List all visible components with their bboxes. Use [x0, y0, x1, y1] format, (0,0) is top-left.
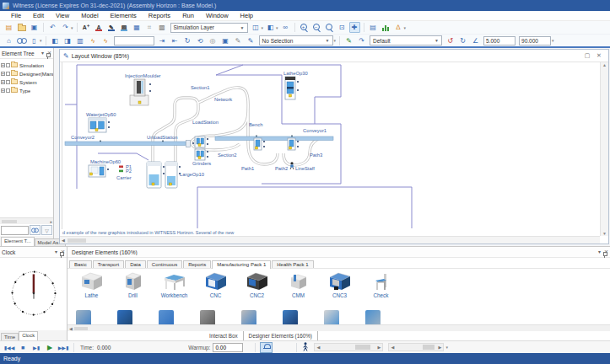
injection-moulder-machine[interactable]	[130, 79, 151, 105]
tab-data[interactable]: Data	[125, 260, 146, 268]
tree-item-type[interactable]: +Type	[1, 86, 53, 94]
machine-3d-icon[interactable]	[76, 310, 91, 324]
more-dropdown[interactable]: ▾	[404, 25, 407, 30]
designer-hscrollbar[interactable]: ◀	[67, 324, 610, 331]
find-button[interactable]	[16, 35, 27, 46]
chevron-down-icon[interactable]: ▾	[55, 249, 57, 254]
clear-rotation-button[interactable]: ↺	[445, 35, 456, 46]
step-button[interactable]: ▶▮	[30, 342, 42, 352]
waterjet-machine[interactable]	[89, 118, 110, 132]
new-model-button[interactable]: ▤	[3, 22, 14, 33]
display-layer3-button[interactable]: ▥	[75, 35, 86, 46]
menu-window[interactable]: Window	[200, 12, 235, 19]
zoom-button[interactable]	[324, 22, 335, 33]
run-button[interactable]: ▶	[44, 342, 56, 352]
conveyor1-element[interactable]	[215, 136, 333, 141]
scrollbar-thumb[interactable]	[74, 327, 88, 330]
redo-button[interactable]: ↷	[60, 22, 71, 33]
link-button[interactable]: ∞	[280, 22, 291, 33]
designer-item-cnc3[interactable]: CNC3	[319, 269, 360, 310]
tab-interact-box[interactable]: Interact Box	[204, 331, 243, 340]
scroll-left-arrow[interactable]: ◀	[60, 238, 65, 243]
ruler-dropdown[interactable]: ▾	[40, 38, 42, 43]
machine-3d-icon[interactable]	[283, 310, 298, 324]
tab-element-tree[interactable]: Element T...	[1, 237, 35, 246]
tab-time[interactable]: Time	[1, 333, 19, 340]
home-view-button[interactable]: ⌂	[3, 35, 14, 46]
more-dropdown[interactable]: ▾	[552, 38, 554, 43]
designer-item-cnc2[interactable]: CNC2	[236, 269, 278, 310]
font-color-button[interactable]: A	[94, 22, 105, 33]
machine-3d-icon[interactable]	[200, 310, 215, 324]
designer-item-lathe[interactable]: Lathe	[71, 269, 112, 310]
lathe-op30-machine[interactable]	[285, 77, 299, 99]
scroll-left-arrow[interactable]: ◀	[67, 326, 73, 331]
close-icon[interactable]: ✕	[593, 52, 605, 59]
more-dropdown[interactable]: ▾	[334, 38, 337, 43]
experiment-button[interactable]: ∆	[393, 22, 404, 33]
display-layer-button[interactable]: ◧	[50, 35, 61, 46]
zoom-in-button[interactable]	[299, 22, 310, 33]
tab-clock[interactable]: Clock	[19, 331, 38, 340]
conveyor2-element[interactable]	[65, 141, 186, 146]
print-button[interactable]: ◫	[251, 22, 262, 33]
large-op10-tank2[interactable]	[165, 162, 181, 188]
designer-item-cnc[interactable]: CNC	[195, 269, 236, 310]
tab-continuous[interactable]: Continuous	[147, 260, 182, 268]
slider-thumb[interactable]	[355, 345, 370, 350]
restart-button[interactable]: ▮◀◀	[3, 342, 15, 352]
tab-health-pack-1[interactable]: Health Pack 1	[272, 260, 313, 268]
scroll-right-arrow[interactable]: ▸	[50, 219, 53, 224]
maximize-icon[interactable]: ▢	[581, 52, 593, 59]
checkbox[interactable]	[6, 80, 10, 84]
chart-button[interactable]	[381, 22, 391, 33]
machine-op60-machine[interactable]	[89, 165, 109, 177]
open-model-button[interactable]	[16, 22, 27, 33]
simulation-diagram[interactable]: InjectionMoulder Section1 Network Waterj…	[62, 62, 604, 229]
designer-item-check[interactable]: Check	[360, 269, 402, 310]
print-dropdown[interactable]: ▾	[262, 25, 264, 30]
machine-3d-icon[interactable]	[117, 310, 132, 324]
panel-layout-dropdown[interactable]: ▾	[276, 25, 278, 30]
pan-button[interactable]: ✚	[349, 22, 360, 33]
menu-view[interactable]: View	[50, 12, 75, 19]
target-button[interactable]: ◎	[208, 35, 219, 46]
grid-size-input[interactable]	[483, 36, 516, 46]
frame-button[interactable]: ▣	[220, 35, 231, 46]
flash-all-button[interactable]: ϟ	[100, 35, 111, 46]
slider-left-arrow[interactable]: ◀	[389, 345, 394, 350]
designer-item-workbench[interactable]: Workbench	[154, 269, 195, 310]
rotate-cw-button[interactable]: ↻	[182, 35, 193, 46]
layout-window-titlebar[interactable]: ✎ Layout Window (85%) ▢ ✕	[60, 50, 608, 62]
scroll-up-arrow[interactable]: ▲	[602, 62, 607, 67]
alerts-toggle-button[interactable]	[260, 342, 273, 353]
pen-gray-button[interactable]: ✎	[233, 35, 244, 46]
slider-left-arrow[interactable]: ◀	[315, 345, 320, 350]
menu-edit[interactable]: Edit	[27, 12, 50, 19]
warmup-input[interactable]	[213, 343, 243, 352]
style-apply-button[interactable]: ✎	[343, 35, 354, 46]
slider-right-arrow[interactable]: ▶	[439, 345, 444, 350]
align-right-button[interactable]: ⇤	[170, 35, 181, 46]
machine-3d-icon[interactable]	[159, 310, 174, 324]
speed-slider-1[interactable]: ◀ ▶	[314, 343, 383, 351]
selection-dropdown[interactable]: No Selection ▼	[259, 35, 333, 46]
element-tree-hscrollbar[interactable]: ▸	[0, 217, 53, 224]
expander-icon[interactable]: +	[1, 88, 5, 93]
snap-grid-button[interactable]: ▩	[157, 22, 168, 33]
zoom-fit-button[interactable]: ⊡	[337, 22, 348, 33]
menu-help[interactable]: Help	[235, 12, 259, 19]
scroll-down-arrow[interactable]: ▼	[602, 231, 607, 236]
ruler-button[interactable]: ▯	[29, 35, 40, 46]
large-op10-tank1[interactable]	[147, 162, 165, 188]
expander-icon[interactable]: +	[1, 80, 5, 84]
search-button[interactable]	[30, 225, 40, 235]
tree-item-system[interactable]: +System	[1, 78, 53, 86]
pen-blue-button[interactable]: ✎	[246, 35, 256, 46]
angle-button[interactable]: ∠	[470, 35, 481, 46]
line-style-dropdown[interactable]: Default ▼	[370, 35, 442, 46]
line-staff-person[interactable]	[290, 162, 294, 169]
tab-manufacturing-pack-1[interactable]: Manufacturing Pack 1	[212, 260, 271, 269]
flash-update-button[interactable]: ϟ	[88, 35, 99, 46]
tab-basic[interactable]: Basic	[69, 260, 92, 268]
